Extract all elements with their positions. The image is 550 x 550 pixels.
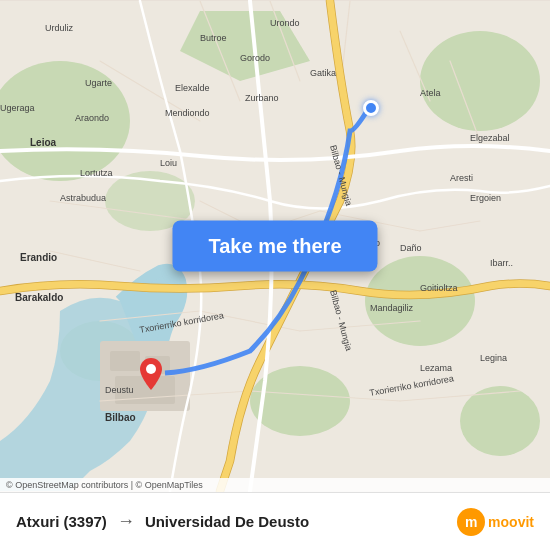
svg-rect-10 [110,351,140,371]
origin-label: Atxuri (3397) [16,513,107,530]
svg-text:Ugeraga: Ugeraga [0,103,35,113]
svg-text:Ugarte: Ugarte [85,78,112,88]
bottom-bar: Atxuri (3397) → Universidad De Deusto m … [0,492,550,550]
destination-pin [140,358,162,388]
svg-text:Araondo: Araondo [75,113,109,123]
route-info: Atxuri (3397) → Universidad De Deusto [16,511,447,532]
destination-label: Universidad De Deusto [145,513,309,530]
svg-text:Zurbano: Zurbano [245,93,279,103]
svg-text:Legina: Legina [480,353,507,363]
attribution-bar: © OpenStreetMap contributors | © OpenMap… [0,478,550,492]
svg-point-67 [146,364,156,374]
svg-text:Urondo: Urondo [270,18,300,28]
svg-point-3 [365,256,475,346]
origin-dot [363,100,379,116]
svg-text:Gatika: Gatika [310,68,336,78]
svg-point-2 [420,31,540,131]
svg-text:Elgezabal: Elgezabal [470,133,510,143]
svg-text:Ibarr..: Ibarr.. [490,258,513,268]
svg-text:Loiu: Loiu [160,158,177,168]
svg-text:Lortutza: Lortutza [80,168,113,178]
svg-text:Ergoien: Ergoien [470,193,501,203]
arrow-icon: → [117,511,135,532]
attribution-text: © OpenStreetMap contributors | © OpenMap… [6,480,203,490]
svg-text:Gorodo: Gorodo [240,53,270,63]
svg-text:Erandio: Erandio [20,252,57,263]
svg-text:Astrabudua: Astrabudua [60,193,106,203]
moovit-logo: m moovit [457,508,534,536]
svg-text:Aresti: Aresti [450,173,473,183]
app: Leioa Erandio Barakaldo Bilbao Deustu So… [0,0,550,550]
svg-text:Mendiondo: Mendiondo [165,108,210,118]
svg-text:Lezama: Lezama [420,363,452,373]
svg-text:Goitioltza: Goitioltza [420,283,458,293]
svg-text:Butroe: Butroe [200,33,227,43]
svg-text:Bilbao: Bilbao [105,412,136,423]
svg-text:Elexalde: Elexalde [175,83,210,93]
moovit-icon: m [457,508,485,536]
svg-text:Daño: Daño [400,243,422,253]
take-me-there-button[interactable]: Take me there [172,221,377,272]
svg-text:Atela: Atela [420,88,441,98]
svg-text:Mandagiliz: Mandagiliz [370,303,414,313]
moovit-icon-letter: m [465,514,477,530]
svg-text:Barakaldo: Barakaldo [15,292,63,303]
moovit-text: moovit [488,514,534,530]
svg-text:Leioa: Leioa [30,137,57,148]
map-container: Leioa Erandio Barakaldo Bilbao Deustu So… [0,0,550,492]
svg-text:Deustu: Deustu [105,385,134,395]
svg-text:Urduliz: Urduliz [45,23,74,33]
svg-point-6 [460,386,540,456]
